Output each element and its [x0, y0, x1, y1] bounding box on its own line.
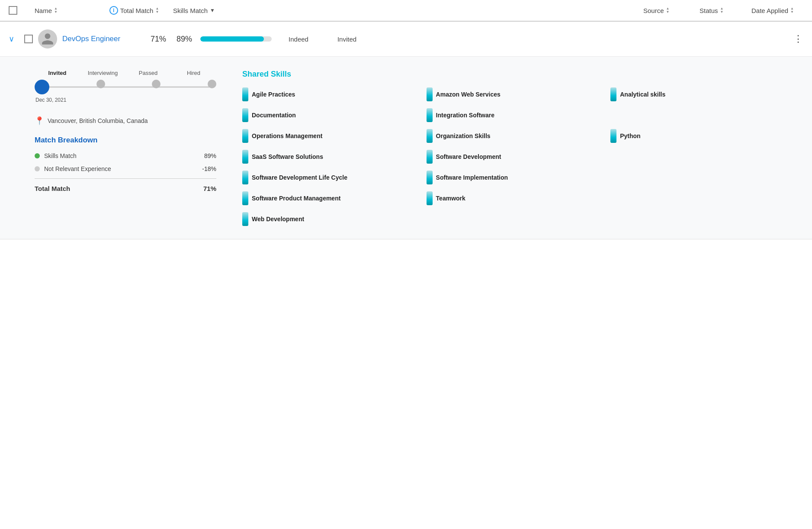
dot-green: [35, 153, 40, 158]
skill-icon: [242, 191, 248, 205]
skill-item: Teamwork: [427, 191, 611, 205]
timeline-label-passed: Passed: [125, 70, 171, 76]
timeline-bar: [35, 80, 216, 94]
skill-label: Organization Skills: [436, 132, 491, 139]
skill-item: [610, 150, 795, 164]
avatar: [38, 29, 57, 48]
skills-match-area: 89%: [177, 35, 272, 44]
timeline-label-interviewing: Interviewing: [80, 70, 125, 76]
breakdown-label-skills: Skills Match: [35, 152, 77, 159]
col-header-status[interactable]: Status ▲▼: [700, 7, 751, 14]
progress-bar: [200, 36, 272, 42]
skill-label: Integration Software: [436, 112, 494, 119]
skill-item: Python: [610, 129, 795, 143]
skill-item: Software Development Life Cycle: [242, 171, 427, 184]
sort-arrows-source: ▲▼: [666, 7, 670, 14]
skill-icon: [427, 87, 433, 101]
total-match-value: 71%: [145, 35, 171, 44]
skill-label: Teamwork: [436, 195, 465, 202]
skill-item: SaaS Software Solutions: [242, 150, 427, 164]
skill-label: Documentation: [252, 112, 296, 119]
col-header-date-applied[interactable]: Date Applied ▲▼: [751, 7, 803, 14]
location-row: 📍 Vancouver, British Columbia, Canada: [35, 116, 216, 126]
candidate-row: ∨ DevOps Engineer 71% 89% Indeed Invited…: [0, 22, 812, 57]
match-breakdown-title: Match Breakdown: [35, 136, 216, 145]
dropdown-arrow-skills: ▼: [210, 7, 215, 13]
skill-icon: [427, 108, 433, 122]
header-checkbox[interactable]: [9, 6, 17, 15]
sort-arrows-status: ▲▼: [720, 7, 724, 14]
breakdown-label-experience: Not Relevant Experience: [35, 165, 111, 172]
location-icon: 📍: [35, 116, 44, 126]
info-icon: i: [109, 6, 118, 15]
candidate-checkbox[interactable]: [24, 35, 33, 43]
col-header-name[interactable]: Name ▲▼: [35, 7, 95, 14]
skill-icon: [427, 129, 433, 143]
skill-label: Python: [620, 132, 640, 139]
timeline-dot-hired: [208, 80, 216, 88]
skill-icon: [610, 87, 616, 101]
skill-item: Analytical skills: [610, 87, 795, 101]
col-header-source[interactable]: Source ▲▼: [643, 7, 700, 14]
progress-fill: [200, 36, 264, 42]
experience-label: Not Relevant Experience: [44, 165, 111, 172]
skill-item: [610, 108, 795, 122]
skill-item: Software Implementation: [427, 171, 611, 184]
skill-label: Software Development Life Cycle: [252, 174, 347, 181]
skill-item: Operations Management: [242, 129, 427, 143]
skill-label: Agile Practices: [252, 91, 295, 98]
skill-label: Web Development: [252, 216, 304, 223]
breakdown-divider: [35, 178, 216, 179]
experience-val: -18%: [202, 165, 216, 172]
skill-icon: [610, 129, 616, 143]
left-panel: Invited Interviewing Passed Hired Dec 30…: [35, 70, 216, 226]
timeline-date: Dec 30, 2021: [35, 97, 216, 103]
timeline-dot-invited: [35, 80, 49, 94]
skill-item: Agile Practices: [242, 87, 427, 101]
dot-light: [35, 166, 40, 171]
skill-label: Operations Management: [252, 132, 322, 139]
skill-icon: [427, 171, 433, 184]
total-match-row: Total Match 71%: [35, 185, 216, 192]
skill-icon: [242, 150, 248, 164]
match-breakdown: Match Breakdown Skills Match 89% Not Rel…: [35, 136, 216, 192]
skill-label: Software Development: [436, 153, 501, 160]
skill-label: SaaS Software Solutions: [252, 153, 323, 160]
expand-icon[interactable]: ∨: [9, 34, 19, 44]
total-match-value-breakdown: 71%: [203, 185, 216, 192]
timeline-dots: [35, 80, 216, 94]
skill-item: [610, 191, 795, 205]
candidate-name[interactable]: DevOps Engineer: [62, 35, 140, 43]
skill-item: Software Product Management: [242, 191, 427, 205]
skill-item: Amazon Web Services: [427, 87, 611, 101]
col-header-skills-match[interactable]: Skills Match ▼: [173, 7, 260, 14]
timeline-section: Invited Interviewing Passed Hired Dec 30…: [35, 70, 216, 103]
skill-item: Integration Software: [427, 108, 611, 122]
location-text: Vancouver, British Columbia, Canada: [48, 117, 148, 124]
breakdown-row-skills: Skills Match 89%: [35, 152, 216, 159]
col-header-total-match[interactable]: i Total Match ▲▼: [95, 6, 173, 15]
skills-match-label: Skills Match: [44, 152, 77, 159]
skill-item: Documentation: [242, 108, 427, 122]
skill-label: Analytical skills: [620, 91, 665, 98]
shared-skills-title: Shared Skills: [242, 70, 795, 79]
source-value: Indeed: [277, 35, 320, 43]
skill-icon: [242, 129, 248, 143]
timeline-labels: Invited Interviewing Passed Hired: [35, 70, 216, 76]
skills-grid: Agile Practices Amazon Web Services Anal…: [242, 87, 795, 226]
skill-item: Organization Skills: [427, 129, 611, 143]
timeline-label-invited: Invited: [35, 70, 80, 76]
skill-icon: [242, 108, 248, 122]
skill-item: [610, 171, 795, 184]
skill-icon: [427, 150, 433, 164]
table-header: Name ▲▼ i Total Match ▲▼ Skills Match ▼ …: [0, 0, 812, 22]
right-panel: Shared Skills Agile Practices Amazon Web…: [242, 70, 795, 226]
skill-icon: [242, 87, 248, 101]
sort-arrows-name: ▲▼: [54, 7, 58, 14]
more-options-icon[interactable]: ⋮: [793, 33, 803, 45]
skill-item: Software Development: [427, 150, 611, 164]
sort-arrows-date: ▲▼: [790, 7, 794, 14]
total-match-label: Total Match: [35, 185, 70, 192]
skill-item: Web Development: [242, 212, 427, 226]
skill-icon: [242, 212, 248, 226]
